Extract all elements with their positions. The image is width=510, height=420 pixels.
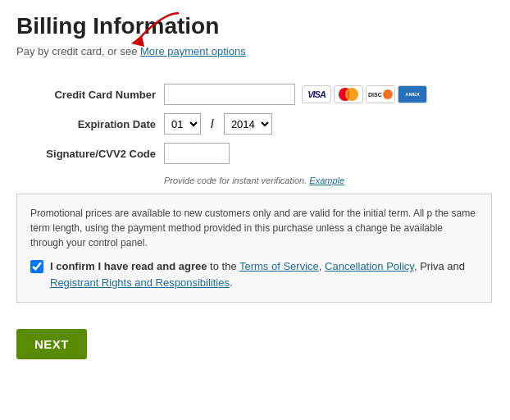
agree-checkbox[interactable] bbox=[30, 260, 43, 273]
agreement-text: I confirm I have read and agree to the T… bbox=[50, 258, 478, 290]
expiration-row: Expiration Date 01 02 03 04 05 06 07 08 … bbox=[16, 113, 476, 135]
svg-point-5 bbox=[383, 89, 393, 99]
exp-year-select[interactable]: 2014 2015 2016 2017 2018 2019 2020 2021 … bbox=[224, 113, 272, 135]
cvv-example-link[interactable]: Example bbox=[309, 176, 344, 185]
cvv-label: Signature/CVV2 Code bbox=[16, 148, 164, 160]
agree-bold: I confirm I have read and agree bbox=[50, 260, 207, 272]
expiration-label: Expiration Date bbox=[16, 118, 164, 130]
cancellation-policy-link[interactable]: Cancellation Policy bbox=[325, 260, 414, 272]
agreement-row: I confirm I have read and agree to the T… bbox=[30, 258, 478, 290]
svg-text:DISC: DISC bbox=[368, 92, 382, 98]
cvv-hint-area: Provide code for instant verification. E… bbox=[164, 176, 494, 185]
promo-text: Promotional prices are available to new … bbox=[30, 206, 478, 250]
mastercard-icon bbox=[334, 85, 363, 103]
exp-separator: / bbox=[207, 117, 217, 130]
card-icons-group: VISA DISC AMEX bbox=[302, 85, 427, 103]
page-title: Billing Information bbox=[16, 13, 494, 39]
cc-number-row: Credit Card Number VISA DISC bbox=[16, 84, 476, 105]
visa-icon: VISA bbox=[302, 85, 331, 103]
cvv-input[interactable] bbox=[164, 143, 230, 164]
svg-point-2 bbox=[345, 88, 358, 101]
expiration-controls: 01 02 03 04 05 06 07 08 09 10 11 12 / 20… bbox=[164, 113, 272, 135]
cc-number-controls: VISA DISC AMEX bbox=[164, 84, 427, 105]
tos-link[interactable]: Terms of Service bbox=[239, 260, 319, 272]
cvv-hint-text: Provide code for instant verification. bbox=[164, 176, 307, 185]
billing-form: Credit Card Number VISA DISC bbox=[16, 84, 476, 164]
red-arrow-icon bbox=[113, 9, 187, 50]
exp-month-select[interactable]: 01 02 03 04 05 06 07 08 09 10 11 12 bbox=[164, 113, 201, 135]
cvv-row: Signature/CVV2 Code bbox=[16, 143, 476, 164]
amex-icon: AMEX bbox=[398, 85, 427, 103]
svg-marker-0 bbox=[131, 35, 144, 47]
cc-number-label: Credit Card Number bbox=[16, 89, 164, 101]
subtitle-area: Pay by credit card, or see More payment … bbox=[16, 45, 246, 57]
promo-box: Promotional prices are available to new … bbox=[16, 194, 492, 303]
registrant-rights-link[interactable]: Registrant Rights and Responsibilities bbox=[50, 276, 230, 289]
next-button[interactable]: NEXT bbox=[16, 329, 87, 359]
cvv-controls bbox=[164, 143, 230, 164]
cc-number-input[interactable] bbox=[164, 84, 295, 105]
discover-icon: DISC bbox=[366, 85, 395, 103]
